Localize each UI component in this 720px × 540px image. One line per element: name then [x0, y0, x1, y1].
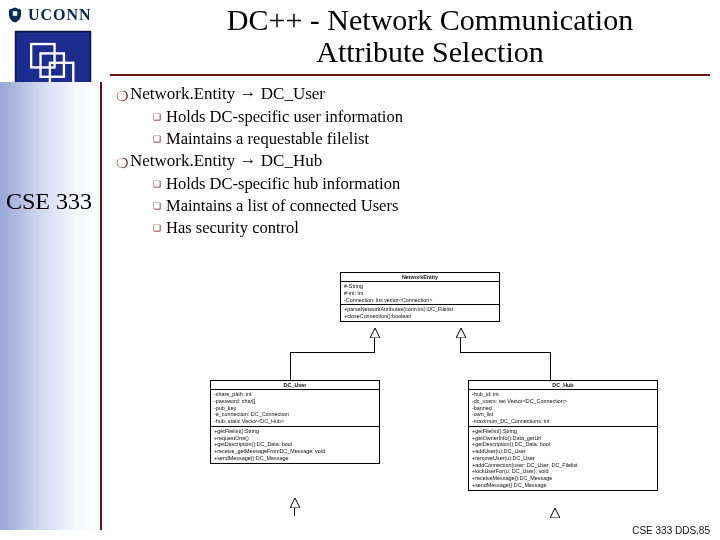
- uml-class-attrs: -hub_id: int -dc_users: set Vector<DC_Co…: [469, 390, 657, 427]
- uml-class-attrs: #-String #-int: int -Connection: list ve…: [341, 282, 499, 305]
- bullet-text: Has security control: [166, 218, 299, 238]
- uml-connector: [460, 352, 550, 353]
- uml-connector: [374, 338, 375, 352]
- uml-class-dc-hub: DC_Hub -hub_id: int -dc_users: set Vecto…: [468, 380, 658, 491]
- course-label: CSE 333: [6, 188, 92, 215]
- title-line-1: DC++ - Network Communication: [227, 3, 633, 36]
- square-bullet-icon: ❏: [148, 201, 166, 211]
- bullet-level2: ❏ Holds DC-specific hub information: [148, 174, 704, 194]
- square-bullet-icon: ❏: [148, 179, 166, 189]
- uml-class-dc-user: DC_User -share_path: int -password: char…: [210, 380, 380, 464]
- bullet-text: Maintains a list of connected Users: [166, 196, 398, 216]
- bullet-level2: ❏ Maintains a list of connected Users: [148, 196, 704, 216]
- uml-class-ops: +getFilelist():String +getOwnerInfo():Da…: [469, 427, 657, 490]
- uconn-text: UCONN: [28, 6, 92, 24]
- title-underline: [110, 74, 710, 76]
- uml-diagram: NetworkEntity #-String #-int: int -Conne…: [210, 272, 670, 522]
- uml-connector: [550, 352, 551, 380]
- content-area: ❍ Network.Entity → DC_User ❏ Holds DC-sp…: [114, 82, 704, 240]
- title-line-2: Attribute Selection: [316, 35, 543, 68]
- sidebar-gradient: [0, 82, 100, 530]
- svg-marker-5: [370, 328, 380, 338]
- square-bullet-icon: ❏: [148, 223, 166, 233]
- bullet-text: Holds DC-specific user information: [166, 107, 403, 127]
- uml-class-attrs: -share_path: int -password: char[] -pub_…: [211, 390, 379, 427]
- uml-class-networkentity: NetworkEntity #-String #-int: int -Conne…: [340, 272, 500, 322]
- slide-footer: CSE 333 DDS.85: [632, 525, 710, 536]
- circle-bullet-icon: ❍: [114, 155, 130, 172]
- bullet-level2: ❏ Holds DC-specific user information: [148, 107, 704, 127]
- bullet-level2: ❏ Maintains a requestable filelist: [148, 129, 704, 149]
- inheritance-arrow-icon: [290, 498, 300, 508]
- uml-connector: [294, 508, 295, 516]
- bullet-level2: ❏ Has security control: [148, 218, 704, 238]
- circle-bullet-icon: ❍: [114, 88, 130, 105]
- bullet-text: Maintains a requestable filelist: [166, 129, 369, 149]
- svg-marker-6: [456, 328, 466, 338]
- square-bullet-icon: ❏: [148, 112, 166, 122]
- uml-class-ops: +parseNetworkAttributes(conn:int):DC_Fil…: [341, 305, 499, 321]
- bullet-level1: ❍ Network.Entity → DC_User: [114, 84, 704, 105]
- inheritance-arrow-icon: [370, 328, 380, 338]
- uml-class-title: DC_Hub: [469, 381, 657, 390]
- uconn-branding: UCONN: [6, 6, 92, 24]
- uml-class-title: NetworkEntity: [341, 273, 499, 282]
- slide-title: DC++ - Network Communication Attribute S…: [150, 4, 710, 67]
- svg-marker-7: [290, 498, 300, 508]
- uml-connector: [460, 338, 461, 352]
- square-bullet-icon: ❏: [148, 134, 166, 144]
- svg-rect-0: [13, 11, 18, 16]
- bullet-text: Network.Entity → DC_User: [130, 84, 704, 104]
- vertical-rule: [100, 82, 102, 530]
- uml-class-title: DC_User: [211, 381, 379, 390]
- bullet-text: Holds DC-specific hub information: [166, 174, 400, 194]
- bullet-text: Network.Entity → DC_Hub: [130, 151, 704, 171]
- inheritance-arrow-icon: [550, 508, 560, 518]
- uml-class-ops: +getFilelist():String +requestOne() +get…: [211, 427, 379, 463]
- uml-connector: [290, 352, 291, 380]
- shield-icon: [6, 6, 24, 24]
- svg-marker-8: [550, 508, 560, 518]
- uml-connector: [290, 352, 375, 353]
- inheritance-arrow-icon: [456, 328, 466, 338]
- bullet-level1: ❍ Network.Entity → DC_Hub: [114, 151, 704, 172]
